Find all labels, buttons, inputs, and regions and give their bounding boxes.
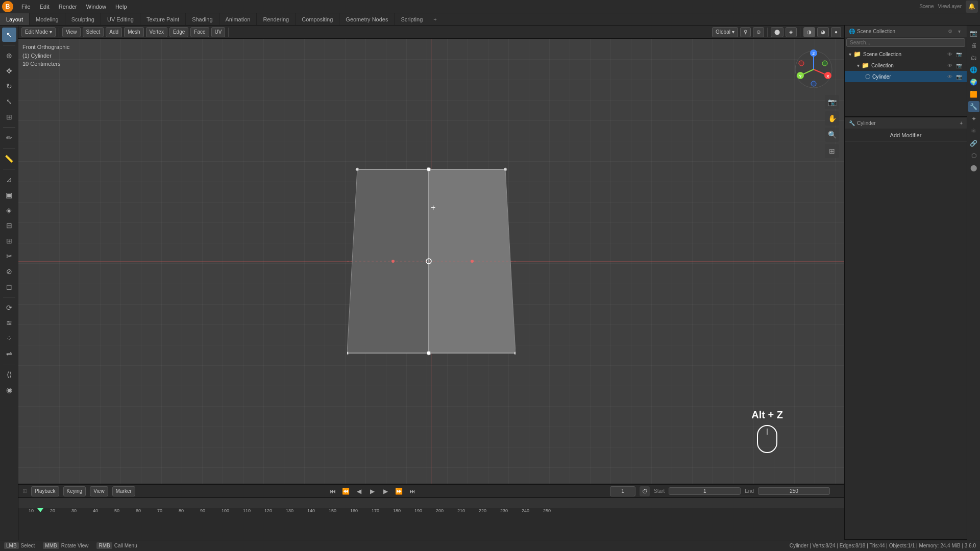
- modifier-props-icon active[interactable]: 🔧: [968, 101, 979, 112]
- tool-measure[interactable]: 📏: [2, 152, 16, 166]
- outliner-cylinder[interactable]: ⬡ Cylinder 👁 📷: [845, 71, 967, 82]
- tool-bevel[interactable]: ◈: [2, 203, 16, 217]
- tool-bisect[interactable]: ⊘: [2, 264, 16, 279]
- viewport-grid-btn[interactable]: ⊞: [825, 144, 839, 158]
- xray-toggle[interactable]: ◈: [786, 27, 797, 37]
- jump-end-btn[interactable]: ⏭: [407, 486, 418, 497]
- rendered-shading[interactable]: ●: [831, 27, 841, 37]
- start-frame-input[interactable]: [669, 487, 741, 495]
- menu-window[interactable]: Window: [82, 3, 110, 11]
- viewlayer-props-icon[interactable]: 🗂: [968, 52, 979, 63]
- viewport-mode-select[interactable]: Edit Mode ▾: [21, 27, 56, 37]
- tool-cursor[interactable]: ⊕: [2, 48, 16, 63]
- material-preview[interactable]: ◕: [817, 27, 829, 37]
- add-modifier-button[interactable]: Add Modifier: [849, 132, 963, 138]
- physics-props-icon[interactable]: ⚛: [968, 126, 979, 137]
- end-frame-input[interactable]: [758, 487, 830, 495]
- tab-texture-paint[interactable]: Texture Paint: [140, 13, 186, 25]
- tool-transform[interactable]: ⊞: [2, 110, 16, 124]
- obj-render-icon[interactable]: 📷: [955, 73, 963, 80]
- visibility-icon[interactable]: 👁: [946, 51, 953, 58]
- object-props-icon[interactable]: 🟧: [968, 89, 979, 100]
- fps-indicator[interactable]: ⏱: [640, 486, 650, 496]
- tool-loop-cut[interactable]: ⊟: [2, 218, 16, 233]
- tab-geometry-nodes[interactable]: Geometry Nodes: [339, 13, 395, 25]
- prev-frame-btn[interactable]: ◀: [354, 486, 365, 497]
- tab-rendering[interactable]: Rendering: [257, 13, 296, 25]
- menu-edit[interactable]: Edit: [36, 3, 54, 11]
- tool-scale[interactable]: ⤡: [2, 94, 16, 109]
- viewport[interactable]: Front Orthographic (1) Cylinder 10 Centi…: [18, 39, 844, 484]
- proportional-edit[interactable]: ⊙: [753, 27, 764, 37]
- viewport-vertex-menu[interactable]: Vertex: [146, 27, 167, 37]
- coll-render-icon[interactable]: 📷: [955, 62, 963, 69]
- transform-orientation[interactable]: Global ▾: [712, 27, 738, 37]
- timeline-view-menu[interactable]: View: [90, 486, 108, 496]
- menu-file[interactable]: File: [17, 3, 35, 11]
- viewport-pan-btn[interactable]: ✋: [825, 111, 839, 126]
- tool-slide-relax[interactable]: ⇌: [2, 346, 16, 361]
- tab-scripting[interactable]: Scripting: [395, 13, 429, 25]
- outliner-scene-collection[interactable]: ▾ 📁 Scene Collection 👁 📷: [845, 48, 967, 60]
- viewport-view-menu[interactable]: View: [62, 27, 81, 37]
- add-modifier-item[interactable]: Add Modifier: [845, 129, 967, 142]
- current-frame-input[interactable]: 1: [610, 486, 635, 496]
- outliner-search-input[interactable]: [846, 38, 965, 47]
- solid-shading[interactable]: ◑: [803, 27, 815, 37]
- tool-poly-build[interactable]: ◻: [2, 280, 16, 294]
- tab-layout[interactable]: Layout: [0, 13, 30, 25]
- tool-smooth[interactable]: ≋: [2, 316, 16, 330]
- viewport-add-menu[interactable]: Add: [106, 27, 122, 37]
- tool-shear[interactable]: ⟨⟩: [2, 367, 16, 382]
- tool-select[interactable]: ↖: [2, 28, 16, 42]
- next-frame-btn[interactable]: ▶: [380, 486, 391, 497]
- menu-render[interactable]: Render: [55, 3, 81, 11]
- outliner-options-icon[interactable]: ▾: [955, 28, 963, 35]
- play-btn[interactable]: ▶: [367, 486, 378, 497]
- next-keyframe-btn[interactable]: ⏩: [394, 486, 405, 497]
- snap-toggle[interactable]: ⚲: [740, 27, 751, 37]
- output-props-icon[interactable]: 🖨: [968, 40, 979, 51]
- tool-annotate[interactable]: ✏: [2, 131, 16, 145]
- scene-props-icon[interactable]: 🌐: [968, 64, 979, 76]
- world-props-icon[interactable]: 🌍: [968, 77, 979, 88]
- tool-extrude[interactable]: ⊿: [2, 172, 16, 187]
- prev-keyframe-btn[interactable]: ⏪: [340, 486, 352, 497]
- viewport-select-menu[interactable]: Select: [83, 27, 104, 37]
- viewport-face-menu[interactable]: Face: [190, 27, 209, 37]
- tab-modeling[interactable]: Modeling: [30, 13, 65, 25]
- props-extra-btn[interactable]: +: [960, 120, 963, 126]
- material-props-icon[interactable]: ⬤: [968, 162, 979, 173]
- particles-props-icon[interactable]: ✦: [968, 113, 979, 124]
- obj-visibility-icon[interactable]: 👁: [946, 73, 953, 80]
- tool-offset-edge-slide[interactable]: ⊞: [2, 234, 16, 248]
- render-icon[interactable]: 🔔: [966, 1, 978, 13]
- tool-spin[interactable]: ⟳: [2, 300, 16, 315]
- render-props-icon[interactable]: 📷: [968, 28, 979, 39]
- tool-inset[interactable]: ▣: [2, 188, 16, 202]
- tool-randomize[interactable]: ⁘: [2, 331, 16, 345]
- render-visibility-icon[interactable]: 📷: [955, 51, 963, 58]
- marker-menu[interactable]: Marker: [112, 486, 135, 496]
- tab-shading[interactable]: Shading: [186, 13, 219, 25]
- overlay-toggle[interactable]: ⬤: [771, 27, 783, 37]
- viewport-edge-menu[interactable]: Edge: [169, 27, 188, 37]
- jump-start-btn[interactable]: ⏮: [327, 486, 338, 497]
- tab-sculpting[interactable]: Sculpting: [65, 13, 101, 25]
- navigation-gizmo[interactable]: Z X Y: [793, 49, 834, 90]
- camera-perspective-btn[interactable]: 📷: [825, 95, 839, 109]
- tab-compositing[interactable]: Compositing: [296, 13, 339, 25]
- coll-visibility-icon[interactable]: 👁: [946, 62, 953, 69]
- tool-move[interactable]: ✥: [2, 64, 16, 78]
- tool-knife[interactable]: ✂: [2, 249, 16, 263]
- tab-uv-editing[interactable]: UV Editing: [101, 13, 140, 25]
- constraints-props-icon[interactable]: 🔗: [968, 138, 979, 149]
- data-props-icon[interactable]: ⬡: [968, 150, 979, 161]
- tool-rotate[interactable]: ↻: [2, 79, 16, 93]
- tool-to-sphere[interactable]: ◉: [2, 383, 16, 397]
- menu-help[interactable]: Help: [111, 3, 131, 11]
- outliner-filter-icon[interactable]: ⚙: [946, 28, 953, 35]
- viewport-zoom-btn[interactable]: 🔍: [825, 128, 839, 142]
- viewport-uv-menu[interactable]: UV: [211, 27, 226, 37]
- viewport-mesh-menu[interactable]: Mesh: [124, 27, 143, 37]
